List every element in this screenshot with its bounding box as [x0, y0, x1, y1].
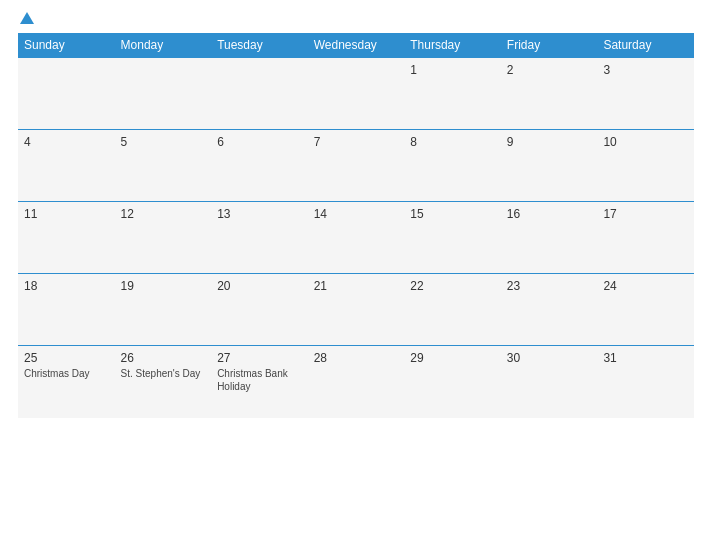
calendar-cell: 2 — [501, 58, 598, 130]
day-number: 11 — [24, 207, 109, 221]
calendar-cell: 4 — [18, 130, 115, 202]
calendar-cell: 24 — [597, 274, 694, 346]
day-number: 30 — [507, 351, 592, 365]
calendar-cell: 30 — [501, 346, 598, 418]
day-number: 4 — [24, 135, 109, 149]
calendar-cell: 9 — [501, 130, 598, 202]
calendar-cell: 11 — [18, 202, 115, 274]
day-number: 19 — [121, 279, 206, 293]
day-number: 25 — [24, 351, 109, 365]
calendar-cell: 19 — [115, 274, 212, 346]
calendar-cell: 27Christmas Bank Holiday — [211, 346, 308, 418]
calendar-cell: 10 — [597, 130, 694, 202]
calendar-cell — [308, 58, 405, 130]
day-number: 23 — [507, 279, 592, 293]
weekday-header: Tuesday — [211, 33, 308, 58]
calendar-table: SundayMondayTuesdayWednesdayThursdayFrid… — [18, 33, 694, 418]
logo — [18, 12, 34, 25]
calendar-cell: 25Christmas Day — [18, 346, 115, 418]
weekday-header: Saturday — [597, 33, 694, 58]
calendar-cell: 13 — [211, 202, 308, 274]
header — [18, 12, 694, 25]
holiday-label: St. Stephen's Day — [121, 367, 206, 380]
day-number: 29 — [410, 351, 495, 365]
calendar-cell — [115, 58, 212, 130]
day-number: 12 — [121, 207, 206, 221]
calendar-page: SundayMondayTuesdayWednesdayThursdayFrid… — [0, 0, 712, 550]
day-number: 3 — [603, 63, 688, 77]
calendar-cell: 18 — [18, 274, 115, 346]
logo-triangle-icon — [20, 12, 34, 24]
calendar-cell — [211, 58, 308, 130]
day-number: 22 — [410, 279, 495, 293]
day-number: 6 — [217, 135, 302, 149]
day-number: 14 — [314, 207, 399, 221]
calendar-cell: 21 — [308, 274, 405, 346]
day-number: 18 — [24, 279, 109, 293]
calendar-cell: 5 — [115, 130, 212, 202]
holiday-label: Christmas Day — [24, 367, 109, 380]
calendar-cell: 16 — [501, 202, 598, 274]
calendar-cell: 17 — [597, 202, 694, 274]
weekday-header: Friday — [501, 33, 598, 58]
calendar-cell: 20 — [211, 274, 308, 346]
weekday-header: Thursday — [404, 33, 501, 58]
day-number: 8 — [410, 135, 495, 149]
calendar-week-row: 25Christmas Day26St. Stephen's Day27Chri… — [18, 346, 694, 418]
weekday-header: Sunday — [18, 33, 115, 58]
weekday-header: Wednesday — [308, 33, 405, 58]
holiday-label: Christmas Bank Holiday — [217, 367, 302, 393]
calendar-cell: 7 — [308, 130, 405, 202]
calendar-week-row: 11121314151617 — [18, 202, 694, 274]
calendar-cell: 6 — [211, 130, 308, 202]
calendar-cell: 26St. Stephen's Day — [115, 346, 212, 418]
day-number: 7 — [314, 135, 399, 149]
calendar-cell: 23 — [501, 274, 598, 346]
day-number: 20 — [217, 279, 302, 293]
calendar-cell: 31 — [597, 346, 694, 418]
calendar-cell: 8 — [404, 130, 501, 202]
calendar-cell: 29 — [404, 346, 501, 418]
day-number: 26 — [121, 351, 206, 365]
weekday-header: Monday — [115, 33, 212, 58]
day-number: 31 — [603, 351, 688, 365]
day-number: 10 — [603, 135, 688, 149]
calendar-cell: 3 — [597, 58, 694, 130]
day-number: 5 — [121, 135, 206, 149]
day-number: 27 — [217, 351, 302, 365]
day-number: 21 — [314, 279, 399, 293]
calendar-week-row: 18192021222324 — [18, 274, 694, 346]
calendar-week-row: 123 — [18, 58, 694, 130]
logo-blue-text — [18, 12, 34, 25]
calendar-cell: 12 — [115, 202, 212, 274]
calendar-cell: 1 — [404, 58, 501, 130]
day-number: 24 — [603, 279, 688, 293]
day-number: 9 — [507, 135, 592, 149]
calendar-cell: 28 — [308, 346, 405, 418]
day-number: 16 — [507, 207, 592, 221]
calendar-week-row: 45678910 — [18, 130, 694, 202]
calendar-cell: 15 — [404, 202, 501, 274]
weekday-header-row: SundayMondayTuesdayWednesdayThursdayFrid… — [18, 33, 694, 58]
day-number: 1 — [410, 63, 495, 77]
calendar-cell: 14 — [308, 202, 405, 274]
day-number: 17 — [603, 207, 688, 221]
calendar-cell: 22 — [404, 274, 501, 346]
day-number: 28 — [314, 351, 399, 365]
day-number: 2 — [507, 63, 592, 77]
day-number: 13 — [217, 207, 302, 221]
calendar-cell — [18, 58, 115, 130]
day-number: 15 — [410, 207, 495, 221]
